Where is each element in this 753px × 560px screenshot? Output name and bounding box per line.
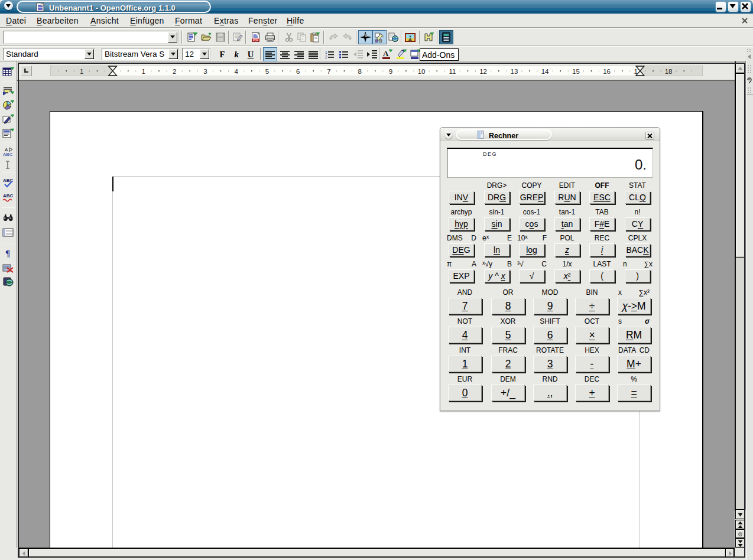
svg-text:6: 6 [296,68,300,75]
svg-text:5: 5 [265,68,269,75]
svg-text:15: 15 [572,68,580,75]
svg-text:2: 2 [173,68,176,75]
svg-text:14: 14 [541,68,549,75]
svg-text:16: 16 [603,68,611,75]
svg-text:1: 1 [80,68,83,75]
svg-text:12: 12 [479,68,487,75]
svg-text:A: A [383,49,389,58]
svg-text:1: 1 [142,68,145,75]
svg-text:3: 3 [203,68,207,75]
svg-text:10: 10 [418,68,426,75]
svg-text:¶: ¶ [5,249,10,258]
svg-text:PDF: PDF [253,38,258,41]
svg-text:18: 18 [665,68,673,75]
svg-text:11: 11 [449,68,456,75]
svg-text:7: 7 [327,68,330,75]
svg-text:ABC: ABC [3,152,13,157]
svg-text:4: 4 [234,68,238,75]
svg-text:8: 8 [358,68,361,75]
svg-text:ABC: ABC [3,193,14,198]
svg-text:9: 9 [389,68,392,75]
svg-text:13: 13 [511,68,518,75]
svg-text:1: 1 [325,50,327,54]
svg-text:2: 2 [325,55,327,59]
